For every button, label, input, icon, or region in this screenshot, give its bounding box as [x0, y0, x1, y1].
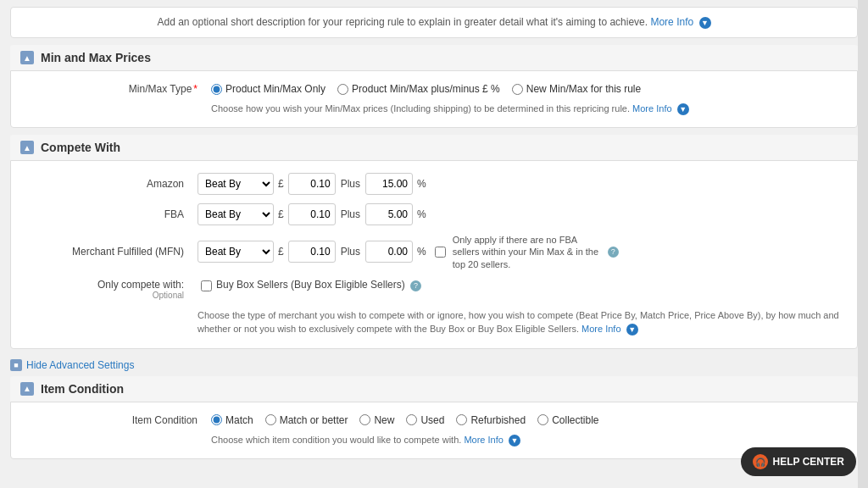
item-condition-info-icon: ▼ [509, 435, 520, 446]
amazon-currency: £ [278, 178, 284, 190]
radio-used-label: Used [420, 414, 444, 426]
item-condition-row: Item Condition Match Match or better New [25, 414, 843, 426]
min-max-radio-group: Product Min/Max Only Product Min/Max plu… [211, 83, 641, 95]
compete-card: Amazon Beat By Match Price Price Above B… [10, 160, 858, 349]
radio-match[interactable]: Match [211, 414, 253, 426]
radio-product-only[interactable]: Product Min/Max Only [211, 83, 326, 95]
fba-percent-input[interactable] [365, 203, 413, 225]
fba-currency: £ [278, 208, 284, 220]
mfn-amount-input[interactable] [288, 241, 336, 263]
radio-collectible-label: Collectible [552, 414, 598, 426]
buy-box-label: Buy Box Sellers (Buy Box Eligible Seller… [216, 279, 421, 291]
hide-advanced-settings[interactable]: ■ Hide Advanced Settings [0, 356, 868, 376]
help-center-icon: 🎧 [753, 454, 768, 469]
fba-amount-input[interactable] [288, 203, 336, 225]
item-condition-more-info-link[interactable]: More Info [464, 435, 503, 445]
min-max-hint: Choose how you wish your Min/Max prices … [25, 103, 843, 115]
min-max-type-label: Min/Max Type* [25, 83, 211, 95]
mfn-currency: £ [278, 246, 284, 258]
radio-refurbished-input[interactable] [456, 414, 467, 425]
item-condition-radio-group: Match Match or better New Used [211, 414, 599, 426]
item-condition-title: Item Condition [41, 382, 124, 396]
mfn-only-checkbox[interactable] [435, 247, 446, 258]
fba-plus-label: Plus [341, 208, 360, 220]
item-condition-section: ▲ Item Condition Item Condition Match Ma… [0, 376, 868, 459]
radio-match-input[interactable] [211, 414, 222, 425]
radio-used-input[interactable] [406, 414, 417, 425]
min-max-section: ▲ Min and Max Prices Min/Max Type* Produ… [0, 45, 868, 128]
radio-refurbished-label: Refurbished [470, 414, 526, 426]
top-more-info-link[interactable]: More Info [650, 16, 693, 28]
radio-match-better[interactable]: Match or better [265, 414, 348, 426]
mfn-pct-label: % [417, 246, 426, 258]
compete-section-header[interactable]: ▲ Compete With [10, 135, 858, 160]
amazon-row: Amazon Beat By Match Price Price Above B… [28, 173, 840, 195]
min-max-more-info-link[interactable]: More Info [632, 103, 671, 114]
compete-info-icon: ▼ [626, 324, 638, 336]
compete-title: Compete With [41, 141, 120, 154]
fba-label: FBA [28, 208, 198, 220]
compete-description: Choose the type of merchant you wish to … [28, 308, 840, 336]
amazon-pct-label: % [417, 178, 426, 190]
radio-new-minmax-label: New Min/Max for this rule [526, 83, 641, 95]
item-condition-hint: Choose which item condition you would li… [25, 435, 843, 446]
top-description-bar: Add an optional short description for yo… [10, 7, 858, 38]
fba-row: FBA Beat By Match Price Price Above By £… [28, 203, 840, 225]
top-info-icon: ▼ [699, 17, 711, 29]
amazon-percent-input[interactable] [365, 173, 413, 195]
only-compete-sublabel: Optional [28, 291, 184, 300]
compete-toggle-icon[interactable]: ▲ [20, 141, 34, 154]
item-condition-toggle[interactable]: ▲ [20, 382, 34, 396]
amazon-dropdown[interactable]: Beat By Match Price Price Above By [198, 173, 274, 195]
radio-new-minmax-input[interactable] [512, 84, 523, 95]
radio-used[interactable]: Used [406, 414, 444, 426]
hide-advanced-icon: ■ [10, 359, 22, 371]
radio-collectible[interactable]: Collectible [537, 414, 598, 426]
radio-product-plusminus-label: Product Min/Max plus/minus £ % [352, 83, 500, 95]
only-compete-checkbox-row: Buy Box Sellers (Buy Box Eligible Seller… [201, 279, 421, 291]
amazon-label: Amazon [28, 178, 198, 190]
radio-product-only-input[interactable] [211, 84, 222, 95]
only-compete-label: Only compete with: Optional [28, 279, 198, 300]
scrollbar[interactable] [858, 0, 868, 488]
radio-match-label: Match [225, 414, 253, 426]
mfn-plus-label: Plus [341, 246, 360, 258]
radio-match-better-input[interactable] [265, 414, 276, 425]
hide-advanced-label[interactable]: Hide Advanced Settings [26, 359, 134, 371]
radio-new[interactable]: New [359, 414, 394, 426]
radio-match-better-label: Match or better [280, 414, 348, 426]
radio-new-minmax[interactable]: New Min/Max for this rule [512, 83, 641, 95]
top-description-text: Add an optional short description for yo… [158, 16, 648, 28]
radio-new-input[interactable] [359, 414, 370, 425]
min-max-card: Min/Max Type* Product Min/Max Only Produ… [10, 70, 858, 128]
radio-product-plusminus[interactable]: Product Min/Max plus/minus £ % [337, 83, 500, 95]
radio-product-plusminus-input[interactable] [337, 84, 348, 95]
mfn-row: Merchant Fulfilled (MFN) Beat By Match P… [28, 234, 840, 270]
required-marker: * [193, 83, 198, 95]
item-condition-header[interactable]: ▲ Item Condition [10, 376, 858, 402]
buy-box-question-icon[interactable]: ? [410, 280, 421, 291]
fba-dropdown[interactable]: Beat By Match Price Price Above By [198, 203, 274, 225]
min-max-toggle-icon[interactable]: ▲ [20, 51, 34, 64]
mfn-percent-input[interactable] [365, 241, 413, 263]
item-condition-card: Item Condition Match Match or better New [10, 402, 858, 459]
amazon-amount-input[interactable] [288, 173, 336, 195]
radio-refurbished[interactable]: Refurbished [456, 414, 526, 426]
mfn-dropdown[interactable]: Beat By Match Price Price Above By [198, 241, 274, 263]
compete-with-section: ▲ Compete With Amazon Beat By Match Pric… [0, 135, 868, 349]
min-max-info-icon: ▼ [677, 103, 689, 115]
min-max-type-row: Min/Max Type* Product Min/Max Only Produ… [25, 83, 843, 95]
help-center-button[interactable]: 🎧 HELP CENTER [741, 447, 856, 476]
min-max-section-header[interactable]: ▲ Min and Max Prices [10, 45, 858, 70]
item-condition-label: Item Condition [25, 414, 211, 426]
only-compete-row: Only compete with: Optional Buy Box Sell… [28, 279, 840, 300]
compete-more-info-link[interactable]: More Info [581, 324, 620, 334]
radio-collectible-input[interactable] [537, 414, 548, 425]
fba-pct-label: % [417, 208, 426, 220]
amazon-plus-label: Plus [341, 178, 360, 190]
help-center-label: HELP CENTER [773, 456, 844, 468]
buy-box-checkbox[interactable] [201, 280, 212, 291]
radio-product-only-label: Product Min/Max Only [225, 83, 326, 95]
radio-new-label: New [374, 414, 394, 426]
mfn-question-icon[interactable]: ? [608, 247, 619, 258]
